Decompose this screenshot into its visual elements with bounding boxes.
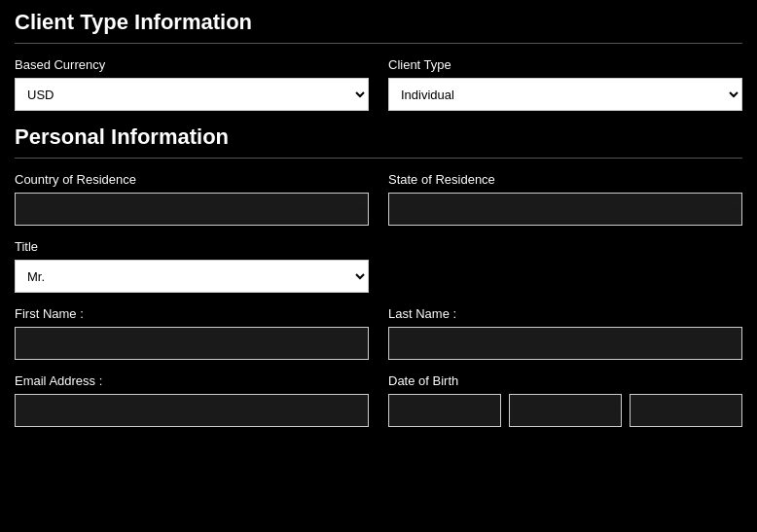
dob-day-select[interactable]: 12345 678910 15202531 (388, 394, 501, 427)
title-label: Title (15, 239, 369, 254)
country-select[interactable] (15, 193, 369, 226)
email-dob-row: Email Address : Date of Birth 12345 6789… (15, 373, 742, 427)
personal-section: Personal Information Country of Residenc… (15, 124, 742, 427)
email-group: Email Address : (15, 373, 369, 427)
last-name-input[interactable] (388, 327, 742, 360)
title-group: Title Mr. Mrs. Ms. Dr. Prof. (15, 239, 369, 293)
last-name-label: Last Name : (388, 306, 742, 321)
dob-year-select[interactable]: 1990199119952000 (630, 394, 742, 427)
first-name-input[interactable] (15, 327, 369, 360)
based-currency-select[interactable]: USD EUR GBP JPY (15, 78, 369, 111)
client-type-section: Client Type Information Based Currency U… (15, 10, 742, 111)
last-name-group: Last Name : (388, 306, 742, 360)
client-type-divider (15, 43, 742, 44)
dob-group: Date of Birth 12345 678910 15202531 JanF… (388, 373, 742, 427)
first-name-label: First Name : (15, 306, 369, 321)
client-type-row: Based Currency USD EUR GBP JPY Client Ty… (15, 57, 742, 111)
country-label: Country of Residence (15, 172, 369, 187)
first-name-group: First Name : (15, 306, 369, 360)
dob-label: Date of Birth (388, 373, 742, 388)
personal-title: Personal Information (15, 124, 742, 150)
client-type-label: Client Type (388, 57, 742, 72)
title-select[interactable]: Mr. Mrs. Ms. Dr. Prof. (15, 260, 369, 293)
country-group: Country of Residence (15, 172, 369, 226)
client-type-select[interactable]: Individual Corporate Institutional (388, 78, 742, 111)
dob-fields: 12345 678910 15202531 JanFebMarApr MayJu… (388, 394, 742, 427)
based-currency-group: Based Currency USD EUR GBP JPY (15, 57, 369, 111)
state-label: State of Residence (388, 172, 742, 187)
dob-month-select[interactable]: JanFebMarApr MayJunJulAug SepOctNovDec (509, 394, 622, 427)
personal-divider (15, 158, 742, 159)
state-group: State of Residence (388, 172, 742, 226)
client-type-group: Client Type Individual Corporate Institu… (388, 57, 742, 111)
name-row: First Name : Last Name : (15, 306, 742, 360)
based-currency-label: Based Currency (15, 57, 369, 72)
state-select[interactable] (388, 193, 742, 226)
country-state-row: Country of Residence State of Residence (15, 172, 742, 226)
client-type-title: Client Type Information (15, 10, 742, 35)
email-input[interactable] (15, 394, 369, 427)
email-label: Email Address : (15, 373, 369, 388)
title-row: Title Mr. Mrs. Ms. Dr. Prof. (15, 239, 742, 293)
